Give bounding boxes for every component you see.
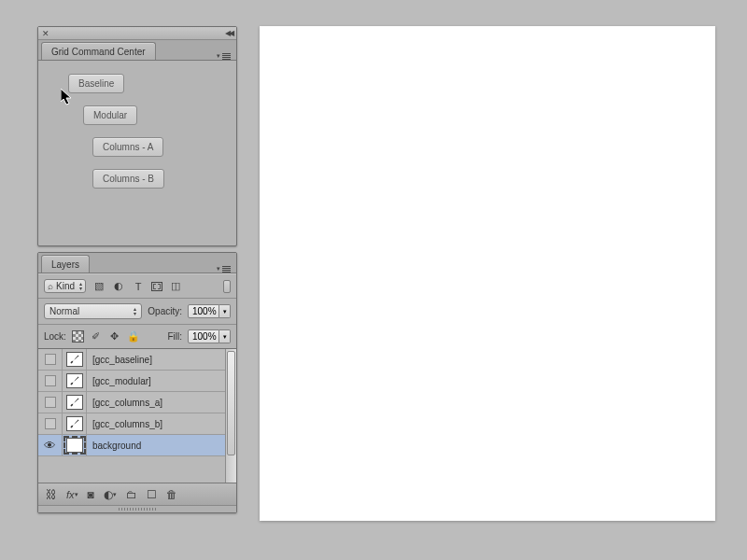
fill-field[interactable]: 100% ▾ bbox=[188, 329, 231, 343]
layer-thumbnail[interactable] bbox=[63, 349, 87, 370]
opacity-value[interactable]: 100% bbox=[188, 304, 219, 318]
scrollbar-thumb[interactable] bbox=[227, 351, 235, 455]
delete-layer-icon[interactable]: 🗑 bbox=[166, 488, 177, 501]
lock-all-icon[interactable]: 🔒 bbox=[127, 330, 140, 343]
tab-layers[interactable]: Layers bbox=[41, 255, 90, 273]
visibility-empty-icon bbox=[45, 397, 56, 408]
lock-transparent-icon[interactable] bbox=[72, 330, 84, 343]
close-icon[interactable]: ✕ bbox=[42, 29, 49, 38]
blend-bar: Normal ▴▾ Opacity: 100% ▾ bbox=[38, 299, 236, 325]
filter-pixel-icon[interactable]: ▧ bbox=[92, 280, 106, 293]
blend-mode-value: Normal bbox=[49, 306, 79, 316]
panel-menu-icon[interactable]: ▾ bbox=[217, 52, 231, 60]
document-canvas[interactable] bbox=[260, 26, 715, 521]
gcc-columns-b-button[interactable]: Columns - B bbox=[92, 169, 164, 189]
opacity-field[interactable]: 100% ▾ bbox=[188, 304, 231, 318]
visibility-empty-icon bbox=[45, 375, 56, 386]
resize-grip[interactable] bbox=[38, 505, 236, 512]
layer-thumbnail[interactable] bbox=[63, 435, 87, 455]
chevron-down-icon[interactable]: ▾ bbox=[219, 304, 231, 318]
layer-thumbnail[interactable] bbox=[63, 392, 87, 413]
gcc-modular-button[interactable]: Modular bbox=[83, 105, 137, 125]
filter-shape-icon[interactable] bbox=[151, 282, 162, 291]
layer-list: [gcc_baseline][gcc_modular][gcc_columns_… bbox=[38, 349, 236, 483]
layer-filter-bar: ⌕ Kind ▴▾ ▧ ◐ T ◫ bbox=[38, 273, 236, 299]
gcc-titlebar[interactable]: ✕ ◀◀ bbox=[38, 27, 236, 40]
layers-tabbar: Layers ▾ bbox=[38, 253, 236, 273]
layer-row[interactable]: [gcc_baseline] bbox=[38, 349, 225, 371]
layer-name[interactable]: [gcc_baseline] bbox=[87, 355, 225, 365]
filter-kind-select[interactable]: ⌕ Kind ▴▾ bbox=[44, 279, 86, 293]
layer-name[interactable]: [gcc_columns_a] bbox=[87, 398, 225, 408]
layers-panel: Layers ▾ ⌕ Kind ▴▾ ▧ ◐ T ◫ Normal ▴▾ Opa… bbox=[37, 252, 237, 513]
gcc-body: Baseline Modular Columns - A Columns - B bbox=[38, 61, 236, 245]
panel-menu-icon[interactable]: ▾ bbox=[217, 265, 231, 273]
fill-label: Fill: bbox=[167, 331, 182, 342]
visibility-toggle[interactable] bbox=[38, 349, 63, 370]
visibility-toggle[interactable] bbox=[38, 371, 63, 391]
layer-name[interactable]: background bbox=[87, 441, 225, 451]
tab-gcc[interactable]: Grid Command Center bbox=[41, 42, 156, 60]
new-layer-icon[interactable]: ☐ bbox=[147, 488, 157, 501]
layer-name[interactable]: [gcc_columns_b] bbox=[87, 419, 225, 429]
layers-bottom-bar: ⛓ fx▾ ◙ ◐▾ 🗀 ☐ 🗑 bbox=[38, 483, 236, 505]
opacity-label: Opacity: bbox=[148, 306, 182, 316]
visibility-toggle[interactable] bbox=[38, 413, 63, 434]
stepper-icon: ▴▾ bbox=[134, 307, 136, 316]
stepper-icon: ▴▾ bbox=[79, 282, 82, 291]
group-icon[interactable]: 🗀 bbox=[126, 488, 137, 501]
blend-mode-select[interactable]: Normal ▴▾ bbox=[44, 303, 142, 319]
gcc-baseline-button[interactable]: Baseline bbox=[68, 74, 124, 93]
gcc-panel: ✕ ◀◀ Grid Command Center ▾ Baseline Modu… bbox=[37, 26, 237, 246]
chevron-down-icon[interactable]: ▾ bbox=[219, 329, 231, 343]
layer-name[interactable]: [gcc_modular] bbox=[87, 376, 225, 386]
lock-pixels-icon[interactable]: ✐ bbox=[90, 330, 103, 343]
filter-type-icon[interactable]: T bbox=[132, 280, 145, 293]
collapse-icon[interactable]: ◀◀ bbox=[225, 29, 233, 37]
layer-row[interactable]: [gcc_columns_b] bbox=[38, 413, 225, 435]
layer-mask-icon[interactable]: ◙ bbox=[88, 488, 94, 501]
visibility-toggle[interactable]: 👁 bbox=[38, 435, 63, 455]
adjustment-layer-icon[interactable]: ◐▾ bbox=[104, 488, 117, 501]
filter-kind-label: Kind bbox=[56, 281, 75, 291]
filter-adjust-icon[interactable]: ◐ bbox=[112, 280, 125, 293]
layer-row[interactable]: 👁background bbox=[38, 435, 225, 456]
layer-row[interactable]: [gcc_modular] bbox=[38, 371, 225, 392]
fill-value[interactable]: 100% bbox=[188, 329, 219, 343]
gcc-columns-a-button[interactable]: Columns - A bbox=[92, 137, 163, 157]
link-layers-icon[interactable]: ⛓ bbox=[46, 488, 57, 501]
lock-label: Lock: bbox=[44, 331, 66, 342]
search-icon: ⌕ bbox=[48, 281, 53, 291]
lock-bar: Lock: ✐ ✥ 🔒 Fill: 100% ▾ bbox=[38, 325, 236, 349]
layer-row[interactable]: [gcc_columns_a] bbox=[38, 392, 225, 413]
eye-icon: 👁 bbox=[44, 439, 56, 453]
layer-thumbnail[interactable] bbox=[63, 413, 87, 434]
layer-thumbnail[interactable] bbox=[63, 371, 87, 391]
visibility-toggle[interactable] bbox=[38, 392, 63, 413]
fx-icon[interactable]: fx▾ bbox=[66, 489, 78, 500]
filter-smart-icon[interactable]: ◫ bbox=[169, 280, 182, 293]
lock-position-icon[interactable]: ✥ bbox=[108, 330, 121, 343]
visibility-empty-icon bbox=[45, 354, 56, 365]
scrollbar[interactable] bbox=[225, 349, 236, 483]
gcc-tabbar: Grid Command Center ▾ bbox=[38, 40, 236, 61]
visibility-empty-icon bbox=[45, 418, 56, 429]
filter-toggle[interactable] bbox=[223, 280, 231, 293]
